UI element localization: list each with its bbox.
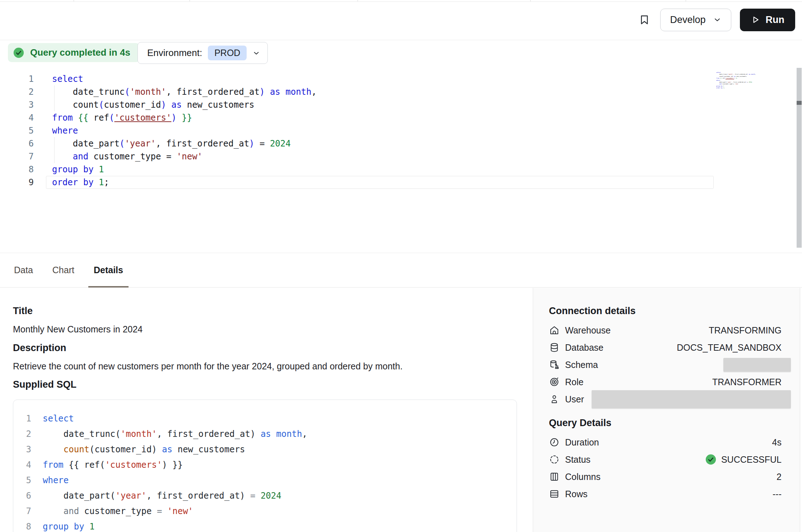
clock-icon (549, 437, 560, 448)
database-label: Database (565, 342, 603, 353)
database-icon (549, 342, 560, 353)
play-icon (751, 15, 760, 24)
rows-row: Rows --- (533, 485, 800, 503)
query-details-heading: Query Details (549, 417, 611, 429)
status-row: Status SUCCESSFUL (533, 451, 800, 468)
editor-scrollbar[interactable] (797, 68, 802, 248)
target-icon (549, 377, 560, 387)
run-button[interactable]: Run (740, 9, 795, 31)
indent-guide (54, 85, 55, 111)
supplied-sql-block: 1select2 date_trunc('month', first_order… (13, 400, 517, 532)
role-label: Role (565, 377, 583, 387)
columns-icon (549, 471, 560, 482)
develop-button-label: Develop (670, 14, 705, 25)
duration-label: Duration (565, 437, 599, 448)
warehouse-icon (549, 325, 560, 336)
tab-strip-divider (686, 0, 686, 1)
code-line: 6 date_part('year', first_ordered_at) = … (13, 488, 517, 504)
columns-value: 2 (777, 472, 782, 482)
query-details-rows: Duration 4s Status SUCCESSFUL (533, 434, 800, 503)
tab-strip-divider (530, 0, 531, 1)
user-row: User (533, 391, 800, 408)
status-value: SUCCESSFUL (721, 454, 782, 465)
tab-strip-divider (358, 0, 358, 1)
code-line: 3 count(customer_id) as new_customers (13, 442, 517, 457)
header-actions: Develop Run (637, 8, 795, 31)
warehouse-value: TRANSFORMING (709, 325, 782, 336)
columns-label: Columns (565, 472, 601, 482)
tab-strip-divider (190, 0, 190, 1)
supplied-sql-code-lines: 1select2 date_trunc('month', first_order… (13, 411, 517, 532)
description-heading: Description (13, 342, 66, 354)
code-line: 8group by 1 (0, 163, 802, 176)
chevron-down-icon (713, 15, 722, 24)
schema-row: Schema (533, 356, 800, 373)
role-value: TRANSFORMER (712, 377, 782, 387)
title-heading: Title (13, 305, 33, 317)
warehouse-label: Warehouse (565, 325, 611, 336)
columns-row: Columns 2 (533, 468, 800, 485)
rows-label: Rows (565, 489, 588, 499)
editor-code-lines: 1select2 date_trunc('month', first_order… (0, 73, 802, 189)
run-button-label: Run (766, 14, 784, 25)
sql-editor[interactable]: 1select2 date_trunc('month', first_order… (0, 68, 802, 253)
database-value: DOCS_TEAM_SANDBOX (677, 342, 782, 353)
code-line: 1select (0, 73, 802, 85)
success-check-icon (705, 453, 717, 466)
schema-value-redacted (723, 358, 791, 372)
warehouse-row: Warehouse TRANSFORMING (533, 322, 800, 339)
role-row: Role TRANSFORMER (533, 373, 800, 391)
supplied-sql-heading: Supplied SQL (13, 379, 76, 390)
code-line: 3 count(customer_id) as new_customers (0, 98, 802, 111)
environment-value-badge: PROD (208, 46, 247, 60)
rows-value: --- (773, 489, 782, 499)
user-icon (549, 394, 560, 405)
header-bar: Develop Run (0, 2, 802, 40)
details-panel: Title Monthly New Customers in 2024 Desc… (0, 288, 533, 532)
environment-label: Environment: (147, 47, 202, 59)
tab-strip-divider (74, 0, 74, 1)
code-line: 5where (13, 473, 517, 488)
code-line: 2 date_trunc('month', first_ordered_at) … (0, 85, 802, 98)
tab-details[interactable]: Details (93, 253, 124, 287)
code-line: 7 and customer_type = 'new' (0, 150, 802, 163)
title-value: Monthly New Customers in 2024 (13, 324, 143, 335)
database-row: Database DOCS_TEAM_SANDBOX (533, 339, 800, 356)
tab-data[interactable]: Data (13, 253, 34, 287)
code-line: 6 date_part('year', first_ordered_at) = … (0, 137, 802, 150)
code-line: 8group by 1 (13, 519, 517, 532)
code-line: 5where (0, 124, 802, 137)
duration-value: 4s (772, 437, 782, 448)
check-circle-icon (13, 47, 25, 59)
duration-row: Duration 4s (533, 434, 800, 451)
code-line: 9order by 1; (716, 87, 756, 89)
editor-scroll-marker (797, 101, 802, 105)
connection-details-heading: Connection details (549, 305, 636, 317)
user-value-redacted (592, 390, 791, 408)
editor-minimap[interactable]: 1select2 date_trunc('month', first_order… (716, 72, 756, 89)
connection-rows: Warehouse TRANSFORMING Database DOCS_TEA… (533, 322, 800, 408)
code-line: 4from {{ ref('customers') }} (0, 111, 802, 124)
bookmark-button[interactable] (637, 13, 652, 27)
chevron-down-icon (252, 49, 260, 57)
code-line: 1select (13, 411, 517, 426)
code-line: 7 and customer_type = 'new' (13, 504, 517, 519)
code-line: 4from {{ ref('customers') }} (13, 457, 517, 473)
indent-guide (54, 137, 55, 163)
schema-label: Schema (565, 360, 598, 370)
develop-button[interactable]: Develop (660, 9, 731, 31)
bookmark-icon (638, 14, 651, 26)
connection-details-panel: Connection details Warehouse TRANSFORMIN… (533, 288, 800, 532)
query-status-badge: Query completed in 4s (8, 43, 140, 62)
schema-icon (549, 359, 560, 370)
rows-icon (549, 489, 560, 499)
status-icon (549, 454, 560, 465)
description-value: Retrieve the count of new customers per … (13, 361, 402, 372)
status-label: Status (565, 454, 591, 465)
tab-chart[interactable]: Chart (52, 253, 75, 287)
query-status-text: Query completed in 4s (30, 47, 130, 58)
code-line: 9order by 1; (0, 176, 802, 189)
results-tabbar: Data Chart Details (0, 253, 802, 288)
environment-selector[interactable]: Environment: PROD (137, 42, 268, 64)
user-label: User (565, 394, 584, 405)
